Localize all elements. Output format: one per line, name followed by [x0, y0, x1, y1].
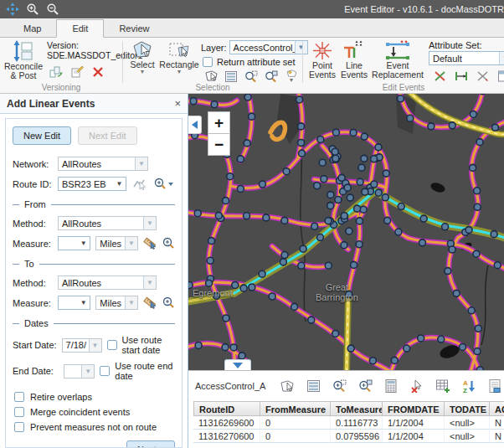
retire-overlaps-checkbox[interactable]	[14, 392, 24, 402]
event-replacement-button[interactable]: Event Replacement	[371, 40, 424, 80]
column-header-frommeasure[interactable]: FromMeasure	[260, 401, 331, 416]
add-to-table-icon[interactable]	[435, 378, 450, 394]
layer-label: Layer:	[201, 43, 227, 53]
next-button[interactable]: Next >	[126, 440, 175, 448]
table-row[interactable]: 1131627060000.07955961/1/2004<null>N	[193, 430, 504, 443]
measure-range-icon[interactable]	[454, 70, 469, 83]
select-dropdown-caret[interactable]: ▼	[140, 70, 146, 75]
route-zoom-dropdown-icon[interactable]	[153, 178, 175, 191]
to-section-legend: To	[13, 259, 175, 269]
rectangle-dropdown-caret[interactable]: ▼	[177, 70, 183, 75]
attribute-window-icon[interactable]	[497, 70, 504, 83]
tab-review[interactable]: Review	[104, 20, 164, 37]
prevent-measures-checkbox[interactable]	[14, 422, 24, 432]
pan-to-selected-icon[interactable]	[264, 70, 279, 83]
to-method-dropdown[interactable]: AllRoutes ▼	[58, 275, 157, 290]
network-dropdown[interactable]: AllRoutes ▼	[58, 157, 148, 171]
split-event-icon[interactable]	[432, 70, 447, 83]
column-header-routeid[interactable]: RouteID	[193, 401, 260, 416]
snap-events-icon[interactable]	[476, 70, 491, 83]
select-by-shape-icon[interactable]	[203, 70, 219, 83]
to-measure-tool-icon[interactable]	[143, 296, 157, 310]
tab-edit[interactable]: Edit	[56, 19, 104, 38]
point-events-button[interactable]: Point Events	[307, 40, 337, 80]
from-zoom-icon[interactable]	[162, 237, 175, 250]
to-method-label: Method:	[13, 278, 58, 288]
layer-dropdown[interactable]: AccessControl_A ▼	[229, 40, 308, 54]
close-icon[interactable]: ×	[174, 97, 181, 110]
delete-version-icon[interactable]	[90, 65, 105, 79]
clear-selection-icon[interactable]	[409, 378, 424, 394]
column-header-ac[interactable]: AC	[490, 401, 504, 416]
select-rows-icon[interactable]	[224, 70, 239, 83]
column-header-todate[interactable]: TODATE	[445, 401, 490, 416]
use-route-start-date-checkbox[interactable]	[107, 340, 117, 350]
line-events-icon	[342, 40, 366, 61]
to-unit-dropdown[interactable]: Miles ▼	[95, 296, 138, 310]
svg-text:Z: Z	[463, 387, 467, 394]
line-events-button[interactable]: Line Events	[339, 40, 369, 80]
map-zoom-in-button[interactable]: +	[208, 111, 230, 134]
retire-overlaps-label: Retire overlaps	[30, 392, 92, 402]
collapse-table-button[interactable]	[224, 359, 251, 370]
end-date-combo[interactable]: ▼	[64, 364, 95, 378]
route-id-combo[interactable]: BSR23 EB ▼	[58, 177, 126, 191]
merge-coincident-label: Merge coincident events	[30, 407, 130, 417]
title-bar: Event Editor - v10.6.1 - docMassDOTR	[0, 0, 504, 18]
start-date-combo[interactable]: 7/18/ ▼	[62, 338, 102, 353]
from-measure-combo[interactable]: ▼	[58, 236, 90, 250]
merge-coincident-checkbox[interactable]	[14, 407, 24, 417]
route-id-label: Route ID:	[13, 179, 58, 189]
new-version-icon[interactable]	[69, 65, 85, 79]
map-canvas[interactable]: Egremont Great Barrington + −	[188, 94, 504, 370]
select-button[interactable]: Select ▼	[126, 40, 158, 75]
zoom-to-selected-icon[interactable]	[244, 70, 259, 83]
zoom-to-selected-icon[interactable]	[332, 378, 347, 394]
to-zoom-icon[interactable]	[162, 296, 175, 310]
from-method-dropdown[interactable]: AllRoutes ▼	[58, 216, 157, 230]
pan-to-selected-icon[interactable]	[357, 378, 373, 394]
main-area: Add Linear Events × New Edit Next Edit N…	[0, 94, 504, 448]
select-route-icon[interactable]	[133, 178, 147, 191]
from-measure-tool-icon[interactable]	[143, 237, 157, 250]
column-header-fromdate[interactable]: FROMDATE	[383, 401, 445, 416]
reconcile-post-button[interactable]: Reconcile & Post	[3, 40, 44, 80]
from-method-label: Method:	[13, 219, 58, 229]
column-header-tomeasure[interactable]: ToMeasure	[331, 401, 383, 416]
chevron-left-icon	[192, 121, 198, 129]
add-linear-events-panel: Add Linear Events × New Edit Next Edit N…	[0, 94, 188, 448]
calculator-icon[interactable]	[383, 378, 399, 394]
start-date-label: Start Date:	[13, 340, 57, 350]
reconcile-icon	[13, 40, 34, 62]
collapse-panel-button[interactable]	[188, 116, 202, 134]
new-edit-button[interactable]: New Edit	[13, 126, 71, 145]
zoom-in-icon[interactable]	[25, 3, 40, 16]
tab-map[interactable]: Map	[8, 20, 56, 37]
table-row[interactable]: 1131626960000.11167731/1/2004<null>N	[193, 416, 504, 430]
sort-icon[interactable]: AZ	[461, 378, 476, 394]
table-cell: 0.0795596	[331, 430, 383, 443]
select-features-icon[interactable]	[280, 378, 295, 394]
to-measure-combo[interactable]: ▼	[58, 296, 90, 310]
return-attribute-checkbox[interactable]	[203, 57, 213, 67]
use-route-end-date-checkbox[interactable]	[100, 366, 110, 376]
refresh-version-icon[interactable]	[49, 65, 64, 79]
to-measure-label: Measure:	[13, 298, 58, 308]
end-date-label: End Date:	[13, 366, 59, 376]
panel-header: Add Linear Events ×	[0, 94, 188, 114]
report-icon[interactable]	[487, 378, 502, 394]
table-cell: 0	[260, 430, 331, 443]
map-zoom-out-button[interactable]: −	[208, 133, 230, 156]
zoom-out-icon[interactable]	[45, 3, 60, 16]
rectangle-button[interactable]: Rectangle ▼	[160, 40, 198, 75]
ribbon: Reconcile & Post Version: SDE.MASSDOT_ed…	[0, 38, 504, 94]
selection-options-icon[interactable]: ▼	[284, 70, 299, 83]
return-attribute-label: Return attribute set	[217, 57, 296, 67]
table-cell: 11316269600	[193, 416, 260, 430]
attribute-set-dropdown[interactable]: Default ▼	[429, 51, 504, 65]
show-selected-rows-icon[interactable]	[306, 378, 321, 394]
map-label-great-barrington: Great Barrington	[316, 282, 358, 302]
version-info: Version: SDE.MASSDOT_editor1	[47, 40, 126, 60]
pan-icon[interactable]	[5, 3, 20, 16]
from-unit-dropdown[interactable]: Miles ▼	[95, 236, 138, 250]
